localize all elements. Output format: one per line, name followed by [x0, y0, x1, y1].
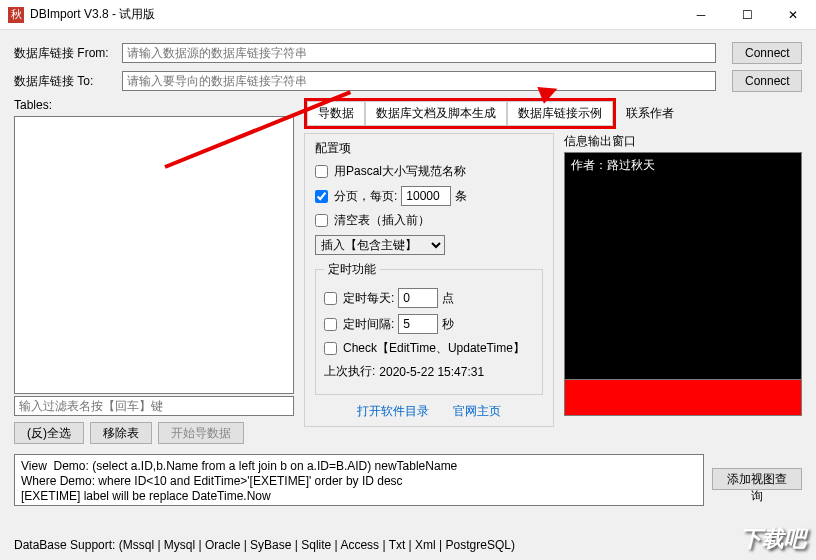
- window-title: DBImport V3.8 - 试用版: [30, 6, 678, 23]
- interval-input[interactable]: [398, 314, 438, 334]
- add-view-button[interactable]: 添加视图查询: [712, 468, 802, 490]
- daily-label: 定时每天:: [343, 290, 394, 307]
- info-output: 作者：路过秋天: [564, 152, 802, 380]
- status-bar: DataBase Support: (Mssql | Mysql | Oracl…: [14, 538, 515, 552]
- paging-input[interactable]: [401, 186, 451, 206]
- tables-listbox[interactable]: [14, 116, 294, 394]
- official-site-link[interactable]: 官网主页: [453, 404, 501, 418]
- open-dir-link[interactable]: 打开软件目录: [357, 404, 429, 418]
- minimize-button[interactable]: ─: [678, 0, 724, 30]
- demo-textbox[interactable]: View Demo: (select a.ID,b.Name from a le…: [14, 454, 704, 506]
- from-label: 数据库链接 From:: [14, 45, 114, 62]
- contact-author-link[interactable]: 联系作者: [626, 102, 674, 125]
- to-label: 数据库链接 To:: [14, 73, 114, 90]
- last-exec-value: 2020-5-22 15:47:31: [379, 365, 484, 379]
- daily-unit: 点: [442, 290, 454, 307]
- filter-input[interactable]: [14, 396, 294, 416]
- tab-docs[interactable]: 数据库文档及脚本生成: [365, 101, 507, 126]
- check-time-label: Check【EditTime、UpdateTime】: [343, 340, 525, 357]
- titlebar: 秋 DBImport V3.8 - 试用版 ─ ☐ ✕: [0, 0, 816, 30]
- from-input[interactable]: [122, 43, 716, 63]
- paging-label: 分页，每页:: [334, 188, 397, 205]
- clear-label: 清空表（插入前）: [334, 212, 430, 229]
- close-button[interactable]: ✕: [770, 0, 816, 30]
- to-input[interactable]: [122, 71, 716, 91]
- tab-import[interactable]: 导数据: [307, 101, 365, 126]
- tab-bar: 导数据 数据库文档及脚本生成 数据库链接示例: [304, 98, 616, 129]
- select-all-button[interactable]: (反)全选: [14, 422, 84, 444]
- insert-mode-select[interactable]: 插入【包含主键】: [315, 235, 445, 255]
- config-title: 配置项: [315, 140, 543, 157]
- tables-label: Tables:: [14, 98, 294, 112]
- info-author: 作者：路过秋天: [571, 157, 795, 174]
- connect-to-button[interactable]: Connect: [732, 70, 802, 92]
- interval-checkbox[interactable]: [324, 318, 337, 331]
- interval-label: 定时间隔:: [343, 316, 394, 333]
- paging-checkbox[interactable]: [315, 190, 328, 203]
- info-title: 信息输出窗口: [564, 133, 802, 150]
- timer-title: 定时功能: [324, 261, 380, 278]
- clear-checkbox[interactable]: [315, 214, 328, 227]
- connect-from-button[interactable]: Connect: [732, 42, 802, 64]
- paging-unit: 条: [455, 188, 467, 205]
- remove-table-button[interactable]: 移除表: [90, 422, 152, 444]
- pascal-label: 用Pascal大小写规范名称: [334, 163, 466, 180]
- watermark: 下载吧: [740, 524, 806, 554]
- timer-group: 定时功能 定时每天: 点 定时间隔: 秒: [315, 261, 543, 395]
- daily-checkbox[interactable]: [324, 292, 337, 305]
- check-time-checkbox[interactable]: [324, 342, 337, 355]
- daily-input[interactable]: [398, 288, 438, 308]
- app-icon: 秋: [8, 7, 24, 23]
- start-import-button[interactable]: 开始导数据: [158, 422, 244, 444]
- pascal-checkbox[interactable]: [315, 165, 328, 178]
- info-red-panel: [564, 380, 802, 416]
- maximize-button[interactable]: ☐: [724, 0, 770, 30]
- interval-unit: 秒: [442, 316, 454, 333]
- last-exec-label: 上次执行:: [324, 363, 375, 380]
- tab-examples[interactable]: 数据库链接示例: [507, 101, 613, 126]
